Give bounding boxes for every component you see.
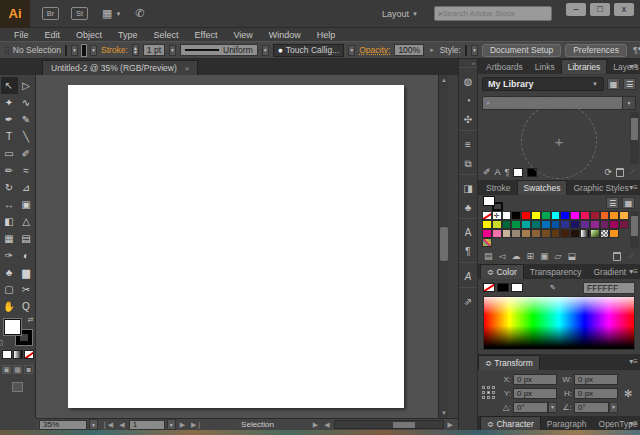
swatches-scrollbar[interactable]	[630, 211, 639, 248]
menu-help[interactable]: Help	[309, 30, 344, 40]
tab-character[interactable]: ≎ Character	[480, 416, 541, 431]
draw-normal-icon[interactable]: ▣	[2, 365, 11, 374]
rotate-tool[interactable]: ↻	[1, 179, 18, 196]
library-search-dropdown[interactable]: ▼	[623, 96, 636, 110]
swatch[interactable]	[570, 220, 580, 229]
mesh-tool[interactable]: ▦	[1, 230, 18, 247]
scale-tool[interactable]: ⊿	[18, 179, 35, 196]
new-color-group-icon[interactable]: ▱	[555, 251, 562, 261]
swatch[interactable]	[521, 211, 531, 220]
swatch-registration[interactable]: ✛	[492, 211, 502, 220]
swatch[interactable]	[590, 229, 600, 238]
previous-artboard-icon[interactable]: ◀	[117, 421, 126, 429]
paintbrush-tool[interactable]: ✐	[18, 145, 35, 162]
appearance-panel-icon[interactable]: ◨	[459, 179, 477, 198]
tab-artboards[interactable]: Artboards	[480, 60, 529, 74]
horizontal-scroll-thumb[interactable]	[393, 422, 415, 428]
swatch-kinds-icon[interactable]: ◅	[499, 251, 506, 261]
gradient-tool[interactable]: ▤	[18, 230, 35, 247]
panel-grip[interactable]: ⣿	[4, 46, 9, 55]
y-field[interactable]: 0 px	[513, 388, 557, 399]
opacity-arrow-icon[interactable]: ▸	[428, 46, 436, 54]
menu-window[interactable]: Window	[261, 30, 309, 40]
swatch[interactable]	[492, 220, 502, 229]
panel-resize-grip[interactable]: ⟋	[629, 252, 634, 260]
swatches-fill-stroke-indicator[interactable]	[483, 196, 503, 211]
gradient-panel-icon[interactable]: ◔	[459, 91, 477, 110]
w-field[interactable]: 0 px	[574, 374, 618, 385]
bridge-icon[interactable]: Br	[42, 7, 59, 20]
workspace-layout-dropdown[interactable]: Layout▼	[376, 7, 424, 21]
style-swatch[interactable]	[465, 45, 467, 56]
stroke-weight-dropdown[interactable]: ▼	[169, 45, 176, 56]
color-panel-icon[interactable]: ◍	[459, 72, 477, 91]
scroll-up-icon[interactable]: ▲	[439, 75, 449, 85]
eyedropper-tool[interactable]: ✑	[1, 247, 18, 264]
shear-dropdown[interactable]: ▼	[609, 402, 618, 413]
trash-icon[interactable]	[616, 168, 624, 177]
swatch[interactable]	[551, 220, 561, 229]
export-panel-icon[interactable]: ⇗	[459, 292, 477, 311]
variable-width-dropdown[interactable]: Uniform	[180, 44, 258, 56]
x-field[interactable]: 0 px	[513, 374, 557, 385]
swatch[interactable]	[560, 229, 570, 238]
hex-value-field[interactable]: FFFFFF	[583, 282, 635, 294]
swatch[interactable]	[609, 220, 619, 229]
menu-select[interactable]: Select	[146, 30, 187, 40]
color-spectrum[interactable]	[483, 296, 635, 350]
blend-tool[interactable]: ◐	[18, 247, 35, 264]
library-drop-zone[interactable]: +	[478, 112, 640, 164]
swatches-list-view-icon[interactable]: ☰	[606, 197, 619, 209]
h-field[interactable]: 0 px	[574, 388, 618, 399]
pen-tool[interactable]: ✒	[1, 111, 18, 128]
hand-tool[interactable]: ✋	[1, 298, 18, 315]
vertical-scroll-thumb[interactable]	[440, 227, 448, 261]
library-scroll-thumb[interactable]	[631, 118, 638, 140]
shear-field[interactable]: 0°	[574, 402, 609, 413]
character-styles-panel-icon[interactable]: A	[459, 223, 477, 242]
swatch[interactable]	[511, 220, 521, 229]
trash-icon[interactable]	[613, 252, 621, 261]
menu-effect[interactable]: Effect	[187, 30, 226, 40]
tab-transparency[interactable]: Transparency	[524, 265, 588, 279]
graphics-icon[interactable]: ✐	[483, 167, 491, 177]
share-icon[interactable]: ✆	[135, 7, 144, 20]
library-grid-view-icon[interactable]: ▦	[607, 78, 620, 90]
swatch[interactable]	[580, 211, 590, 220]
draw-inside-icon[interactable]: ◙	[24, 365, 33, 374]
swatch[interactable]	[580, 229, 590, 238]
swatch[interactable]	[521, 220, 531, 229]
menu-view[interactable]: View	[225, 30, 260, 40]
first-artboard-icon[interactable]: ❘◀	[100, 421, 115, 429]
tab-swatches[interactable]: Swatches	[517, 180, 568, 195]
next-artboard-icon[interactable]: ▶	[178, 421, 187, 429]
rotate-dropdown[interactable]: ▼	[548, 402, 557, 413]
color-button[interactable]	[2, 350, 12, 359]
rectangle-tool[interactable]: ▭	[1, 145, 18, 162]
tab-stroke[interactable]: Stroke	[480, 181, 517, 195]
magic-wand-tool[interactable]: ✦	[1, 94, 18, 111]
stock-search-field[interactable]: ⌕	[434, 6, 552, 21]
perspective-grid-tool[interactable]: △	[18, 213, 35, 230]
shape-builder-tool[interactable]: ◧	[1, 213, 18, 230]
vertical-scrollbar[interactable]: ▲ ▼	[438, 75, 448, 418]
swatch[interactable]	[609, 229, 619, 238]
workspace-switcher-icon[interactable]: ▦▼	[102, 7, 121, 20]
character-style-icon[interactable]: A	[495, 167, 501, 177]
reference-point-locator[interactable]	[482, 386, 496, 400]
close-button[interactable]: x	[614, 3, 634, 16]
canvas-area[interactable]: ▲ ▼	[36, 75, 448, 418]
minimize-button[interactable]: –	[566, 3, 586, 16]
swatch[interactable]	[580, 220, 590, 229]
swatch[interactable]	[482, 220, 492, 229]
symbols-panel-icon[interactable]: ♣	[459, 198, 477, 217]
swatch[interactable]	[502, 211, 512, 220]
swatch[interactable]	[560, 220, 570, 229]
menu-object[interactable]: Object	[68, 30, 110, 40]
stroke-color-swatch[interactable]	[82, 45, 86, 56]
panel-menu-icon[interactable]: ▾≡	[629, 419, 638, 428]
zoom-tool[interactable]: Q	[18, 298, 35, 315]
zoom-level-field[interactable]: 35%	[39, 420, 87, 430]
swatch-options-icon[interactable]: ⊞	[526, 251, 534, 261]
tab-paragraph[interactable]: Paragraph	[541, 417, 593, 431]
